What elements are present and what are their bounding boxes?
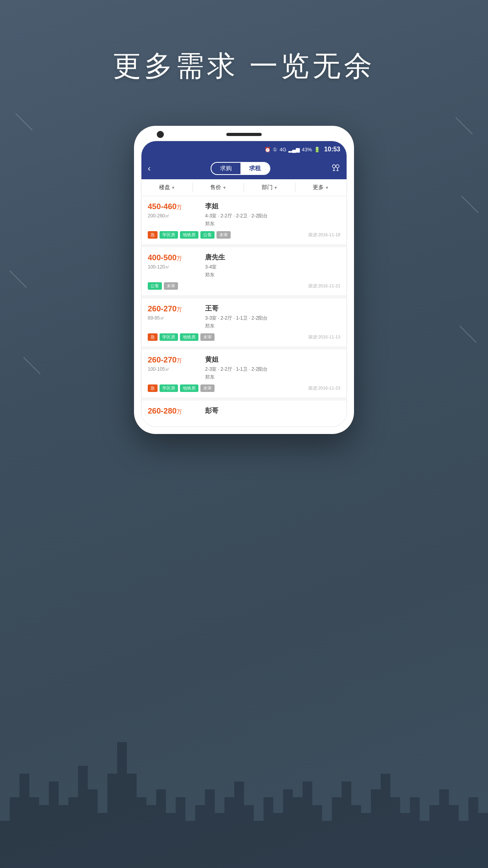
tag-urgent: 急: [148, 231, 158, 239]
filter-building-label: 楼盘: [159, 184, 170, 191]
listing-detail: 4-3室 · 2-2厅 · 2-2卫 · 2-2阳台: [205, 213, 340, 219]
listing-tags: 急 学区房 地铁房 公客 未审: [148, 231, 231, 239]
tag-pending: 未审: [200, 384, 215, 392]
phone-top: [141, 133, 347, 141]
battery-icon: 🔋: [314, 147, 320, 153]
listing-price: 400-500万: [148, 253, 199, 262]
tag-pending: 未审: [200, 333, 215, 341]
phone-screen: ⏰ ① 4G ▂▄▆ 43% 🔋 10:53 ‹ 求购 求租: [141, 141, 347, 427]
listing-footer: 公客 未审 跟进:2016-11-21: [148, 282, 340, 290]
listing-price-col: 260-270万 89-95㎡: [148, 304, 199, 329]
filter-price-arrow: ▼: [222, 186, 226, 190]
listing-info: 王哥 3-3室 · 2-2厅 · 1-1卫 · 2-2阳台 郑东: [205, 304, 340, 329]
listing-card[interactable]: 260-280万 彭哥: [141, 401, 347, 423]
listing-name: 唐先生: [205, 253, 340, 262]
listing-footer: 急 学区房 地铁房 未审 跟进:2016-11-13: [148, 333, 340, 341]
tag-school: 学区房: [160, 231, 178, 239]
filter-more-arrow: ▼: [325, 186, 329, 190]
tag-school: 学区房: [160, 333, 178, 341]
listing-top: 260-270万 100-105㎡ 黄姐 2-3室 · 2-2厅 · 1-1卫 …: [148, 355, 340, 381]
listing-card[interactable]: 400-500万 100-120㎡ 唐先生 3-4室 郑东 公客: [141, 247, 347, 295]
listing-price-col: 260-270万 100-105㎡: [148, 355, 199, 381]
filter-building[interactable]: 楼盘 ▼: [141, 179, 193, 196]
map-icon[interactable]: [330, 163, 340, 174]
listing-tags: 公客 未审: [148, 282, 178, 290]
listing-location: 郑东: [205, 374, 340, 381]
tag-public: 公客: [200, 231, 215, 239]
tag-urgent: 急: [148, 384, 158, 392]
svg-point-0: [332, 165, 336, 168]
listing-top: 400-500万 100-120㎡ 唐先生 3-4室 郑东: [148, 253, 340, 278]
tag-pending: 未审: [216, 231, 231, 239]
filter-dept-label: 部门: [262, 184, 273, 191]
listing-name: 李姐: [205, 202, 340, 211]
tag-metro: 地铁房: [180, 384, 198, 392]
listing-price: 260-270万: [148, 355, 199, 364]
listing-detail: 3-3室 · 2-2厅 · 1-1卫 · 2-2阳台: [205, 315, 340, 322]
phone-mockup: ⏰ ① 4G ▂▄▆ 43% 🔋 10:53 ‹ 求购 求租: [134, 126, 354, 434]
listing-top: 450-460万 200-260㎡ 李姐 4-3室 · 2-2厅 · 2-2卫 …: [148, 202, 340, 227]
navigation-bar: ‹ 求购 求租: [141, 158, 347, 179]
tag-school: 学区房: [160, 384, 178, 392]
listing-date: 跟进:2016-11-13: [308, 334, 340, 340]
listing-price: 260-270万: [148, 304, 199, 313]
filter-more-label: 更多: [313, 184, 324, 191]
listing-area: 89-95㎡: [148, 315, 199, 322]
svg-point-1: [336, 165, 339, 168]
filter-building-arrow: ▼: [171, 186, 175, 190]
listing-tags: 急 学区房 地铁房 未审: [148, 384, 215, 392]
battery-percent: 43%: [302, 147, 312, 153]
filter-more[interactable]: 更多 ▼: [295, 179, 347, 196]
listing-price-col: 260-280万: [148, 406, 199, 417]
listing-date: 跟进:2016-11-18: [308, 232, 340, 238]
listing-price: 450-460万: [148, 202, 199, 211]
phone-camera: [157, 131, 164, 138]
listing-name: 彭哥: [205, 406, 340, 415]
filter-dept[interactable]: 部门 ▼: [244, 179, 295, 196]
listing-detail: 3-4室: [205, 264, 340, 270]
toggle-rent[interactable]: 求租: [240, 163, 270, 174]
listing-date: 跟进:2016-11-21: [308, 283, 340, 289]
listing-info: 唐先生 3-4室 郑东: [205, 253, 340, 278]
listing-card[interactable]: 260-270万 100-105㎡ 黄姐 2-3室 · 2-2厅 · 1-1卫 …: [141, 349, 347, 397]
listing-info: 李姐 4-3室 · 2-2厅 · 2-2卫 · 2-2阳台 郑东: [205, 202, 340, 227]
listing-top: 260-270万 89-95㎡ 王哥 3-3室 · 2-2厅 · 1-1卫 · …: [148, 304, 340, 329]
filter-bar: 楼盘 ▼ 售价 ▼ 部门 ▼ 更多 ▼: [141, 179, 347, 196]
listing-area: 200-260㎡: [148, 213, 199, 219]
sim-icon: ①: [273, 147, 277, 153]
tag-pending: 未审: [164, 282, 178, 290]
tag-metro: 地铁房: [180, 231, 198, 239]
listing-footer: 急 学区房 地铁房 公客 未审 跟进:2016-11-18: [148, 231, 340, 239]
network-icon: 4G: [279, 147, 286, 153]
listing-location: 郑东: [205, 323, 340, 329]
phone-speaker: [226, 133, 262, 136]
listing-location: 郑东: [205, 272, 340, 278]
listing-card[interactable]: 450-460万 200-260㎡ 李姐 4-3室 · 2-2厅 · 2-2卫 …: [141, 196, 347, 244]
tag-metro: 地铁房: [180, 333, 198, 341]
phone-outer: ⏰ ① 4G ▂▄▆ 43% 🔋 10:53 ‹ 求购 求租: [134, 126, 354, 434]
nav-toggle: 求购 求租: [211, 162, 270, 175]
listing-card[interactable]: 260-270万 89-95㎡ 王哥 3-3室 · 2-2厅 · 1-1卫 · …: [141, 298, 347, 346]
page-headline: 更多需求 一览无余: [0, 47, 488, 85]
listing-info: 黄姐 2-3室 · 2-2厅 · 1-1卫 · 2-2阳台 郑东: [205, 355, 340, 381]
back-button[interactable]: ‹: [148, 164, 150, 174]
listing-price: 260-280万: [148, 406, 199, 416]
toggle-buy[interactable]: 求购: [211, 163, 240, 174]
tag-public: 公客: [148, 282, 162, 290]
status-bar: ⏰ ① 4G ▂▄▆ 43% 🔋 10:53: [141, 141, 347, 158]
tag-urgent: 急: [148, 333, 158, 341]
listing-top: 260-280万 彭哥: [148, 406, 340, 417]
listing-detail: 2-3室 · 2-2厅 · 1-1卫 · 2-2阳台: [205, 366, 340, 373]
listing-tags: 急 学区房 地铁房 未审: [148, 333, 215, 341]
signal-icon: ▂▄▆: [288, 147, 300, 153]
listing-footer: 急 学区房 地铁房 未审 跟进:2016-11-23: [148, 384, 340, 392]
listing-name: 王哥: [205, 304, 340, 313]
filter-price[interactable]: 售价 ▼: [193, 179, 244, 196]
listing-price-col: 400-500万 100-120㎡: [148, 253, 199, 278]
listing-name: 黄姐: [205, 355, 340, 364]
listing-location: 郑东: [205, 221, 340, 227]
listing-info: 彭哥: [205, 406, 340, 417]
status-icons: ⏰ ① 4G ▂▄▆ 43% 🔋: [264, 147, 320, 153]
listing-area: 100-105㎡: [148, 366, 199, 373]
alarm-icon: ⏰: [264, 147, 271, 153]
